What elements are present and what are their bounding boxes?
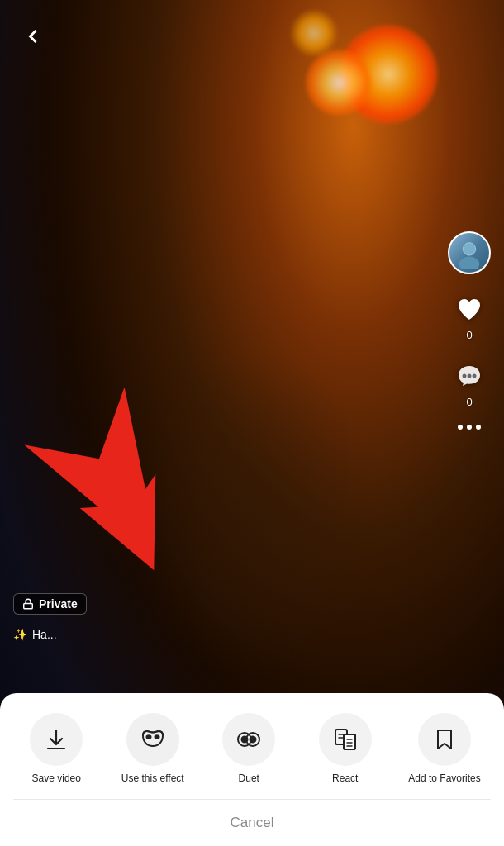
add-favorites-label: Add to Favorites bbox=[408, 772, 480, 786]
duet-label: Duet bbox=[239, 772, 259, 786]
svg-rect-9 bbox=[24, 603, 33, 608]
svg-point-6 bbox=[463, 374, 467, 378]
like-button[interactable]: 0 bbox=[451, 291, 487, 341]
svg-point-16 bbox=[242, 737, 248, 743]
use-effect-label: Use this effect bbox=[121, 772, 184, 786]
add-favorites-icon-circle bbox=[418, 713, 471, 766]
use-effect-action[interactable]: Use this effect bbox=[120, 713, 186, 786]
svg-point-1 bbox=[459, 257, 480, 269]
mask-icon bbox=[140, 727, 165, 752]
svg-rect-19 bbox=[344, 734, 355, 749]
add-favorites-action[interactable]: Add to Favorites bbox=[408, 713, 480, 786]
duet-icon bbox=[236, 727, 261, 752]
hashtag-text: Ha... bbox=[32, 628, 57, 641]
svg-point-12 bbox=[146, 736, 150, 739]
cancel-label: Cancel bbox=[231, 815, 274, 831]
private-badge: Private bbox=[13, 593, 87, 615]
comment-count: 0 bbox=[466, 396, 472, 408]
duet-action[interactable]: Duet bbox=[216, 713, 282, 786]
use-effect-icon-circle bbox=[126, 713, 179, 766]
hashtag-prefix: ✨ bbox=[13, 628, 27, 641]
hashtag-bar: ✨ Ha... bbox=[13, 628, 57, 641]
svg-point-13 bbox=[155, 736, 159, 739]
back-button[interactable] bbox=[17, 20, 50, 53]
save-video-label: Save video bbox=[32, 772, 81, 786]
like-count: 0 bbox=[466, 329, 472, 341]
react-label: React bbox=[332, 772, 358, 786]
cancel-button[interactable]: Cancel bbox=[0, 800, 504, 846]
right-sidebar: 0 0 bbox=[448, 231, 491, 430]
bottom-sheet: Save video Use this effect bbox=[0, 693, 504, 846]
save-video-action[interactable]: Save video bbox=[23, 713, 89, 786]
save-video-icon-circle bbox=[30, 713, 83, 766]
svg-point-17 bbox=[250, 737, 256, 743]
more-button[interactable] bbox=[458, 425, 481, 430]
comment-button[interactable]: 0 bbox=[451, 358, 487, 408]
react-icon bbox=[333, 727, 358, 752]
react-icon-circle bbox=[319, 713, 372, 766]
duet-icon-circle bbox=[222, 713, 275, 766]
actions-row: Save video Use this effect bbox=[0, 693, 504, 799]
svg-point-7 bbox=[468, 374, 472, 378]
download-icon bbox=[44, 727, 69, 752]
private-label: Private bbox=[39, 597, 78, 611]
react-action[interactable]: React bbox=[312, 713, 378, 786]
svg-point-8 bbox=[473, 374, 477, 378]
bookmark-icon bbox=[432, 727, 457, 752]
avatar[interactable] bbox=[448, 231, 491, 274]
